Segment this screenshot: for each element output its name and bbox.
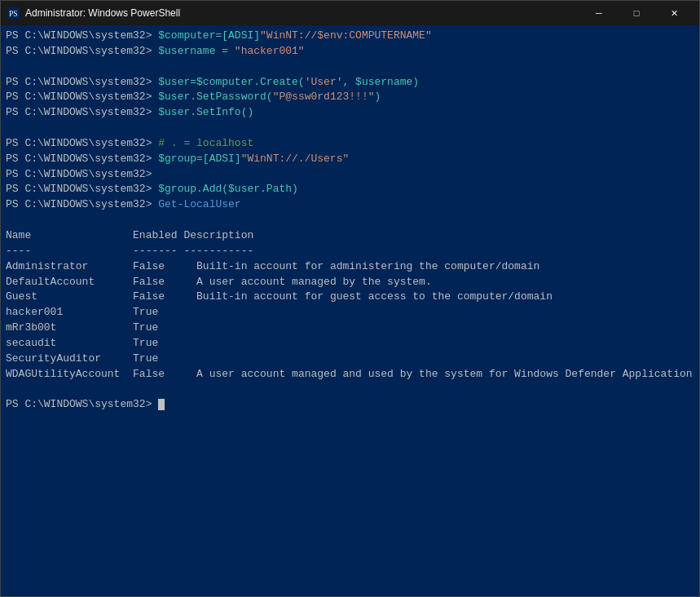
window-title: Administrator: Windows PowerShell: [25, 7, 580, 19]
console-line: Guest False Built-in account for guest a…: [6, 290, 694, 305]
console-line: PS C:\WINDOWS\system32> $username = "hac…: [6, 44, 694, 60]
console-line: PS C:\WINDOWS\system32> $user=$computer.…: [6, 75, 694, 91]
console-line: mRr3b00t True: [6, 321, 694, 336]
window-controls: ─ □ ✕: [580, 1, 693, 25]
console-line: PS C:\WINDOWS\system32> Get-LocalUser: [6, 197, 694, 213]
cursor: [158, 399, 165, 410]
console-output[interactable]: PS C:\WINDOWS\system32> $computer=[ADSI]…: [1, 25, 699, 596]
console-line: Administrator False Built-in account for…: [6, 259, 694, 275]
close-button[interactable]: ✕: [655, 1, 693, 25]
console-line: PS C:\WINDOWS\system32>: [6, 167, 694, 183]
console-line: PS C:\WINDOWS\system32> $group=[ADSI]"Wi…: [6, 152, 694, 167]
console-line: DefaultAccount False A user account mana…: [6, 275, 694, 290]
console-line: PS C:\WINDOWS\system32> $computer=[ADSI]…: [6, 29, 694, 44]
console-line: PS C:\WINDOWS\system32>: [6, 397, 694, 413]
console-line: PS C:\WINDOWS\system32> # . = localhost: [6, 136, 694, 152]
console-line: [6, 60, 694, 75]
console-line: [6, 382, 694, 397]
console-line: [6, 121, 694, 136]
console-line: PS C:\WINDOWS\system32> $user.SetPasswor…: [6, 90, 694, 105]
maximize-button[interactable]: □: [618, 1, 655, 25]
table-header: ---- ------- -----------: [6, 244, 694, 259]
console-line: WDAGUtilityAccount False A user account …: [6, 367, 694, 383]
app-icon: PS: [7, 7, 20, 20]
svg-text:PS: PS: [9, 9, 18, 18]
console-line: PS C:\WINDOWS\system32> $user.SetInfo(): [6, 105, 694, 121]
titlebar: PS Administrator: Windows PowerShell ─ □…: [1, 1, 699, 25]
console-line: [6, 213, 694, 228]
table-header: Name Enabled Description: [6, 228, 694, 244]
console-line: PS C:\WINDOWS\system32> $group.Add($user…: [6, 182, 694, 197]
console-line: secaudit True: [6, 336, 694, 352]
minimize-button[interactable]: ─: [580, 1, 618, 25]
powershell-window: PS Administrator: Windows PowerShell ─ □…: [0, 0, 700, 597]
console-line: SecurityAuditor True: [6, 352, 694, 367]
console-line: hacker001 True: [6, 305, 694, 321]
